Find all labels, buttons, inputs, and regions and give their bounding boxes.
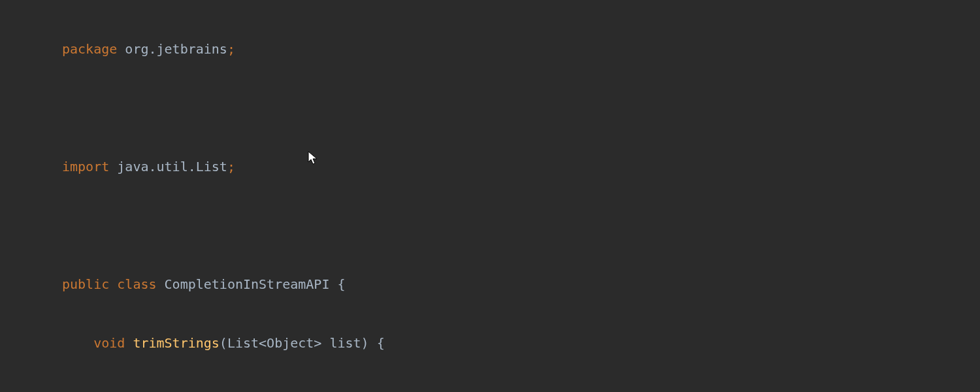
semicolon: ; — [227, 41, 235, 57]
keyword-package: package — [62, 41, 117, 57]
keyword-void: void — [93, 335, 125, 351]
code-line[interactable]: void trimStrings(List<Object> list) { — [62, 333, 980, 353]
param-name: list — [329, 335, 361, 351]
code-line[interactable]: package org.jetbrains; — [62, 39, 980, 59]
package-name: org.jetbrains — [125, 41, 227, 57]
keyword-public: public — [62, 276, 109, 292]
code-line[interactable]: public class CompletionInStreamAPI { — [62, 274, 980, 294]
method-name: trimStrings — [133, 335, 219, 351]
space — [369, 335, 377, 351]
code-line-empty[interactable] — [62, 216, 980, 235]
keyword-import: import — [62, 159, 109, 174]
open-brace: { — [337, 276, 345, 292]
code-editor[interactable]: package org.jetbrains; import java.util.… — [0, 0, 980, 392]
space — [157, 276, 165, 292]
indent — [62, 335, 93, 351]
paren-close: ) — [361, 335, 369, 351]
space — [321, 335, 329, 351]
space — [329, 276, 337, 292]
keyword-class: class — [117, 276, 156, 292]
body-open-brace: { — [377, 335, 385, 351]
import-name: java.util.List — [117, 159, 227, 174]
code-line[interactable]: import java.util.List; — [62, 157, 980, 176]
code-line-empty[interactable] — [62, 98, 980, 118]
space — [125, 335, 133, 351]
paren-open: ( — [220, 335, 227, 351]
space — [109, 159, 117, 174]
space — [117, 41, 125, 57]
class-name: CompletionInStreamAPI — [165, 276, 330, 292]
semicolon: ; — [227, 159, 235, 174]
space — [109, 276, 117, 292]
param-type: List<Object> — [227, 335, 322, 351]
